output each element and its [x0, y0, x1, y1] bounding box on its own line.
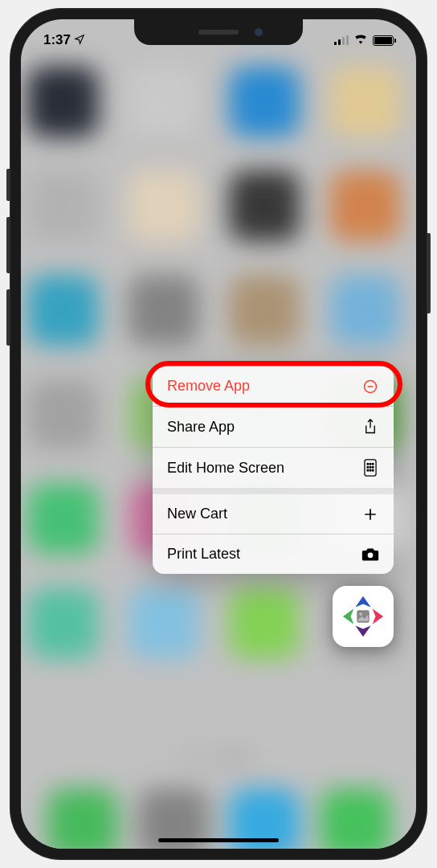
- camera-icon: [361, 547, 379, 562]
- apps-grid-icon: [361, 459, 379, 477]
- svg-point-3: [367, 463, 369, 465]
- svg-point-6: [367, 466, 369, 468]
- plus-icon: [361, 506, 379, 522]
- svg-point-16: [359, 612, 362, 616]
- phone-frame: 1:37: [10, 8, 427, 860]
- menu-item-label: Print Latest: [167, 546, 240, 563]
- menu-item-label: Remove App: [167, 378, 250, 395]
- app-context-menu: Remove App Share App Edit Home Screen: [153, 366, 394, 574]
- notch: [134, 19, 303, 45]
- svg-point-8: [372, 466, 374, 468]
- battery-icon: [373, 35, 394, 46]
- menu-remove-app[interactable]: Remove App: [153, 366, 394, 407]
- speaker: [198, 30, 239, 35]
- status-time: 1:37: [43, 32, 71, 48]
- menu-edit-home-screen[interactable]: Edit Home Screen: [153, 448, 394, 494]
- home-indicator[interactable]: [158, 838, 279, 842]
- menu-new-cart[interactable]: New Cart: [153, 494, 394, 534]
- svg-point-14: [368, 552, 374, 558]
- front-camera: [255, 28, 263, 36]
- wifi-icon: [353, 32, 368, 48]
- menu-item-label: Share App: [167, 419, 235, 436]
- cellular-signal-icon: [334, 35, 349, 45]
- svg-point-9: [367, 469, 369, 471]
- svg-point-7: [370, 466, 371, 468]
- menu-print-latest[interactable]: Print Latest: [153, 534, 394, 574]
- focused-app-icon[interactable]: [333, 586, 394, 647]
- svg-point-10: [370, 469, 371, 471]
- menu-share-app[interactable]: Share App: [153, 407, 394, 448]
- svg-point-5: [372, 463, 374, 465]
- svg-point-11: [372, 469, 374, 471]
- minus-circle-icon: [361, 379, 379, 395]
- location-services-icon: [74, 34, 85, 47]
- phone-screen: 1:37: [21, 19, 416, 849]
- svg-point-4: [370, 463, 371, 465]
- menu-item-label: New Cart: [167, 506, 227, 522]
- menu-item-label: Edit Home Screen: [167, 460, 284, 477]
- share-icon: [361, 418, 379, 436]
